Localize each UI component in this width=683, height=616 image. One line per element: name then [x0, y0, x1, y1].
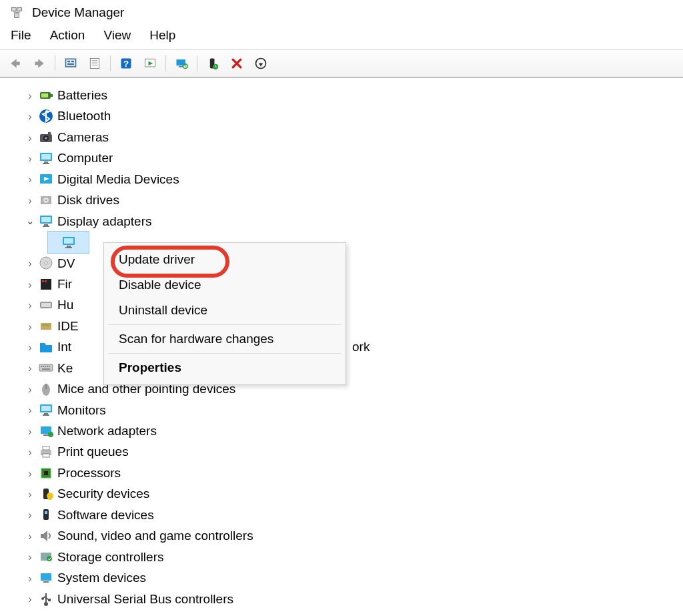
disable-device-button[interactable]	[227, 55, 247, 72]
svg-rect-16	[179, 66, 183, 67]
tree-node-label: Digital Media Devices	[57, 170, 179, 189]
hid-icon	[39, 298, 53, 312]
system-icon	[39, 571, 53, 585]
printer-icon	[39, 444, 53, 459]
tree-node-tail: ork	[352, 337, 370, 356]
context-menu-item[interactable]: Scan for hardware changes	[104, 326, 346, 352]
context-menu: Update driverDisable deviceUninstall dev…	[103, 242, 346, 385]
ide-icon	[39, 319, 53, 334]
tree-node[interactable]: Security devices	[25, 483, 678, 504]
expander-icon[interactable]	[25, 553, 35, 562]
menu-view[interactable]: View	[103, 28, 131, 43]
uninstall-device-button[interactable]	[251, 55, 271, 72]
expander-icon[interactable]	[25, 448, 35, 457]
device-manager-icon	[9, 5, 24, 20]
expander-icon[interactable]	[25, 112, 35, 121]
toolbar-separator	[197, 55, 197, 71]
context-menu-item[interactable]: Properties	[104, 355, 346, 380]
tree-node-label: Int	[57, 337, 71, 356]
tree-node[interactable]: Batteries	[25, 85, 678, 105]
expander-icon[interactable]	[25, 574, 35, 583]
tree-node[interactable]: Software devices	[25, 505, 678, 525]
folder-icon	[39, 340, 53, 354]
expander-icon[interactable]	[25, 301, 35, 310]
tree-child-node[interactable]	[48, 232, 89, 252]
tree-node[interactable]: Disk drives	[25, 190, 678, 210]
expander-icon[interactable]	[25, 532, 35, 541]
tree-node[interactable]: System devices	[25, 567, 678, 588]
expander-icon[interactable]	[25, 343, 35, 352]
tree-node-label: Print queues	[57, 442, 129, 461]
tree-node[interactable]: Display adapters	[25, 211, 678, 232]
expander-icon[interactable]	[25, 427, 35, 436]
tree-node-label: Monitors	[57, 400, 106, 420]
tree-node-label: Hu	[57, 295, 73, 314]
keyboard-icon	[39, 360, 53, 375]
show-hidden-button[interactable]	[61, 55, 81, 72]
expander-icon[interactable]	[25, 322, 35, 332]
svg-rect-3	[66, 59, 76, 67]
tree-node[interactable]: Digital Media Devices	[25, 169, 678, 190]
monitor-icon	[39, 151, 53, 166]
expander-icon[interactable]	[25, 511, 35, 520]
dvd-icon	[39, 256, 53, 270]
cpu-icon	[39, 466, 53, 481]
menu-action[interactable]: Action	[50, 28, 85, 43]
tree-node[interactable]: Storage controllers	[25, 547, 678, 567]
media-icon	[39, 172, 53, 186]
menubar: File Action View Help	[0, 25, 683, 50]
software-icon	[39, 507, 53, 522]
svg-text:?: ?	[123, 59, 129, 69]
mouse-icon	[39, 382, 53, 396]
tree-node[interactable]: Computer	[25, 147, 678, 168]
window-title: Device Manager	[32, 5, 124, 20]
toolbar-separator	[55, 55, 55, 71]
expander-icon[interactable]	[25, 175, 35, 184]
expander-icon[interactable]	[25, 595, 35, 604]
sound-icon	[39, 529, 53, 543]
context-menu-item[interactable]: Update driver	[104, 247, 346, 272]
expander-icon[interactable]	[25, 385, 35, 394]
scan-hardware-button[interactable]	[171, 55, 191, 72]
tree-node-label: Fir	[57, 274, 72, 294]
properties-button[interactable]	[85, 55, 105, 72]
tree-node[interactable]: Sound, video and game controllers	[25, 525, 678, 546]
tree-node[interactable]: Network adapters	[25, 420, 678, 441]
expander-icon[interactable]	[25, 196, 35, 206]
expander-icon[interactable]	[25, 91, 35, 101]
tree-node[interactable]: Monitors	[25, 400, 678, 420]
expander-icon[interactable]	[25, 406, 35, 415]
tree-node[interactable]: Universal Serial Bus controllers	[25, 589, 678, 609]
context-menu-item[interactable]: Uninstall device	[104, 298, 346, 323]
expander-icon[interactable]	[25, 217, 35, 226]
tree-node-label: IDE	[57, 316, 79, 336]
tree-node[interactable]: Bluetooth	[25, 105, 678, 126]
action-list-button[interactable]	[140, 55, 160, 72]
usb-icon	[39, 591, 53, 606]
back-button[interactable]	[5, 55, 25, 72]
expander-icon[interactable]	[25, 469, 35, 479]
expander-icon[interactable]	[25, 490, 35, 499]
svg-rect-4	[67, 61, 70, 63]
expander-icon[interactable]	[25, 133, 35, 143]
expander-icon[interactable]	[25, 154, 35, 164]
toolbar-separator	[110, 55, 111, 71]
context-menu-item[interactable]: Disable device	[104, 272, 346, 298]
expander-icon[interactable]	[25, 280, 35, 290]
tree-node-label: Storage controllers	[57, 547, 163, 567]
menu-help[interactable]: Help	[149, 28, 175, 43]
context-menu-separator	[108, 324, 342, 325]
menu-file[interactable]: File	[11, 28, 31, 43]
tree-node[interactable]: Processors	[25, 463, 678, 483]
disk-icon	[39, 193, 53, 208]
forward-button[interactable]	[29, 55, 49, 72]
help-button[interactable]: ?	[116, 55, 136, 72]
tree-node-label: Computer	[57, 148, 113, 168]
tree-node[interactable]: Cameras	[25, 127, 678, 147]
expander-icon[interactable]	[25, 364, 35, 373]
monitor-icon	[39, 214, 53, 228]
tree-node[interactable]: Print queues	[25, 441, 678, 462]
update-driver-button[interactable]	[203, 55, 223, 72]
expander-icon[interactable]	[25, 259, 35, 268]
context-menu-separator	[108, 353, 342, 354]
